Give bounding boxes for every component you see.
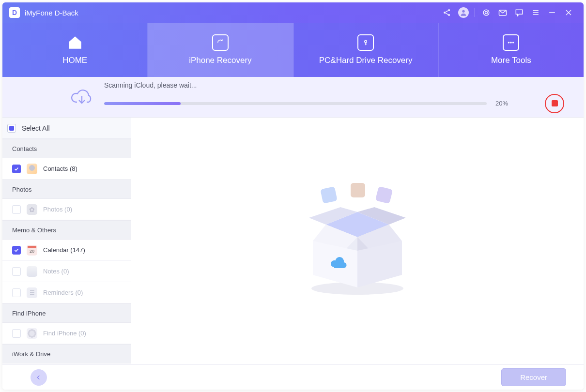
- sidebar-item[interactable]: Contacts (8): [2, 158, 131, 180]
- item-label: Photos (0): [43, 206, 72, 213]
- progress-bar: [104, 102, 487, 105]
- photos-icon: [27, 204, 37, 215]
- refresh-device-icon: [212, 34, 229, 51]
- support-icon[interactable]: [455, 2, 472, 23]
- recover-button[interactable]: Recover: [501, 368, 566, 386]
- app-title: iMyFone D-Back: [25, 9, 78, 17]
- item-checkbox[interactable]: [12, 288, 21, 297]
- item-checkbox[interactable]: [12, 267, 21, 276]
- group-header: iWork & Drive: [2, 344, 131, 363]
- svg-point-0: [444, 12, 446, 14]
- sidebar-item[interactable]: Photos (0): [2, 199, 131, 220]
- tab-home-label: HOME: [62, 56, 87, 65]
- item-label: Reminders (0): [43, 289, 83, 296]
- svg-rect-23: [320, 186, 338, 204]
- svg-point-1: [448, 9, 450, 11]
- share-icon[interactable]: [439, 2, 455, 23]
- svg-point-7: [485, 12, 488, 14]
- sidebar-item[interactable]: Notes (0): [2, 261, 131, 282]
- findiphone-icon: [27, 328, 37, 339]
- svg-rect-24: [351, 183, 365, 197]
- tab-more-label: More Tools: [491, 56, 531, 65]
- tab-iphone-recovery[interactable]: iPhone Recovery: [148, 23, 293, 77]
- svg-point-6: [483, 10, 489, 15]
- select-all-checkbox[interactable]: [7, 124, 16, 133]
- contacts-icon: [27, 164, 37, 174]
- item-checkbox[interactable]: [12, 205, 21, 214]
- svg-point-5: [462, 10, 464, 13]
- group-header: Photos: [2, 180, 131, 199]
- item-checkbox[interactable]: [12, 165, 21, 173]
- svg-line-4: [446, 13, 448, 15]
- item-label: Find iPhone (0): [43, 330, 86, 337]
- item-checkbox[interactable]: [12, 246, 21, 255]
- tab-home[interactable]: HOME: [2, 23, 148, 77]
- item-checkbox[interactable]: [12, 329, 21, 338]
- tab-pc-recovery[interactable]: PC&Hard Drive Recovery: [293, 23, 439, 77]
- group-header: Memo & Others: [2, 220, 131, 240]
- reminders-icon: [27, 287, 37, 298]
- mail-icon[interactable]: [494, 2, 511, 23]
- key-icon: [357, 34, 374, 51]
- svg-line-3: [446, 11, 448, 12]
- select-all-label: Select All: [22, 124, 50, 132]
- svg-rect-25: [375, 186, 393, 204]
- category-sidebar: Select All ContactsContacts (8)PhotosPho…: [2, 118, 131, 364]
- progress-percent: 20%: [495, 100, 512, 107]
- stop-icon: [552, 100, 558, 106]
- stop-button[interactable]: [545, 94, 564, 113]
- sidebar-item[interactable]: Reminders (0): [2, 282, 131, 303]
- svg-point-15: [365, 41, 367, 43]
- feedback-icon[interactable]: [511, 2, 527, 23]
- minimize-icon[interactable]: [544, 2, 560, 23]
- svg-point-19: [510, 42, 512, 44]
- select-all-row[interactable]: Select All: [2, 118, 131, 139]
- close-icon[interactable]: [560, 2, 577, 23]
- sidebar-item[interactable]: Calendar (147): [2, 240, 131, 261]
- main-preview-area: [131, 118, 584, 364]
- app-logo: D: [9, 7, 20, 18]
- progress-status-text: Scanning iCloud, please wait...: [104, 81, 564, 89]
- dots-icon: [503, 34, 519, 51]
- item-label: Contacts (8): [43, 165, 77, 172]
- item-label: Notes (0): [43, 268, 69, 275]
- tab-more-tools[interactable]: More Tools: [439, 23, 584, 77]
- svg-point-18: [509, 42, 510, 44]
- item-label: Calendar (147): [43, 246, 85, 254]
- cloud-download-icon: [70, 88, 93, 109]
- settings-icon[interactable]: [478, 2, 494, 23]
- sidebar-item[interactable]: Find iPhone (0): [2, 323, 131, 344]
- notes-icon: [27, 266, 37, 277]
- group-header: Find iPhone: [2, 303, 131, 323]
- group-header: Contacts: [2, 139, 131, 158]
- svg-point-2: [448, 14, 450, 16]
- tab-pc-label: PC&Hard Drive Recovery: [319, 56, 413, 65]
- menu-icon[interactable]: [527, 2, 544, 23]
- open-box-illustration: [294, 183, 420, 299]
- back-button[interactable]: [31, 369, 47, 386]
- calendar-icon: [27, 245, 37, 256]
- svg-point-20: [513, 42, 514, 44]
- tab-iphone-label: iPhone Recovery: [189, 56, 251, 65]
